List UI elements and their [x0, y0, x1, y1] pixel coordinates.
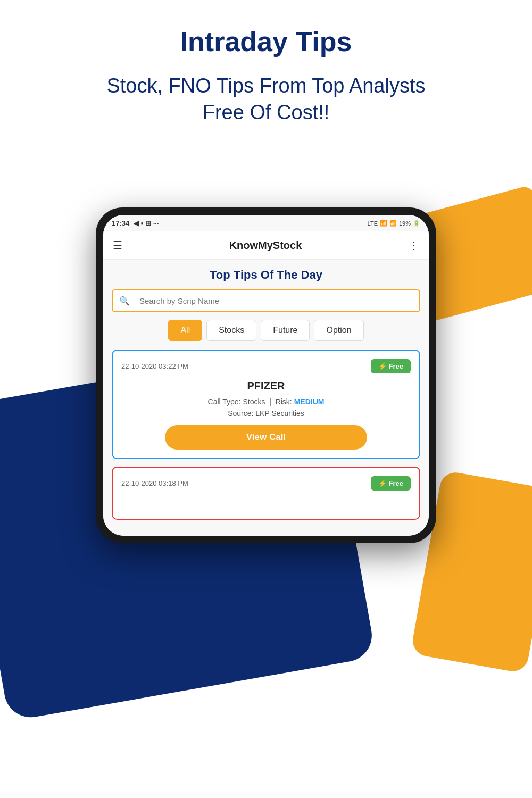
filter-tab-option[interactable]: Option — [314, 320, 363, 341]
card-1-stock-name: PFIZER — [121, 380, 411, 392]
status-battery-icon: 🔋 — [413, 220, 420, 227]
section-title: Top Tips Of The Day — [112, 268, 420, 282]
stock-card-2: 22-10-2020 03:18 PM ⚡ Free — [112, 467, 420, 520]
card-2-badge-label: Free — [389, 479, 403, 487]
phone-outer: 17:34 ◀ ▪ ⊞ ··· LTE 📶 📶 19% 🔋 ☰ KnowMySt… — [96, 207, 436, 543]
page-header: Intraday Tips Stock, FNO Tips From Top A… — [0, 0, 532, 136]
search-bar: 🔍 — [112, 289, 420, 312]
status-bar: 17:34 ◀ ▪ ⊞ ··· LTE 📶 📶 19% 🔋 — [103, 215, 429, 231]
status-battery: 19% — [399, 220, 411, 227]
page-title: Intraday Tips — [11, 27, 521, 57]
search-icon: 🔍 — [113, 290, 136, 311]
search-input[interactable] — [136, 291, 419, 311]
filter-tab-all[interactable]: All — [168, 320, 202, 341]
stock-card-1: 22-10-2020 03:22 PM ⚡ Free PFIZER Call T… — [112, 350, 420, 459]
status-right: LTE 📶 📶 19% 🔋 — [368, 220, 420, 227]
filter-tabs: All Stocks Future Option — [112, 320, 420, 341]
app-content: Top Tips Of The Day 🔍 All Stocks Future … — [103, 260, 429, 536]
app-bar-title: KnowMyStock — [229, 239, 302, 252]
status-icons: ◀ ▪ ⊞ ··· — [134, 219, 159, 227]
app-bar: ☰ KnowMyStock ⋮ — [103, 231, 429, 260]
card-1-header: 22-10-2020 03:22 PM ⚡ Free — [121, 359, 411, 373]
status-signal-icon: 📶 — [389, 220, 397, 227]
card-1-risk: MEDIUM — [294, 397, 325, 406]
phone-screen: 17:34 ◀ ▪ ⊞ ··· LTE 📶 📶 19% 🔋 ☰ KnowMySt… — [103, 215, 429, 536]
card-1-badge: ⚡ Free — [371, 359, 411, 373]
more-options-button[interactable]: ⋮ — [409, 239, 419, 252]
lightning-icon-1: ⚡ — [378, 362, 387, 370]
card-1-source: Source: LKP Securities — [121, 409, 411, 418]
card-2-badge: ⚡ Free — [371, 476, 411, 491]
card-1-call-type: Stocks — [243, 397, 265, 406]
card-1-meta: Call Type: Stocks | Risk: MEDIUM — [121, 397, 411, 406]
card-1-badge-label: Free — [389, 362, 403, 370]
status-lte: LTE — [368, 220, 378, 227]
card-1-timestamp: 22-10-2020 03:22 PM — [121, 362, 188, 370]
status-wifi-icon: 📶 — [380, 220, 387, 227]
hamburger-menu-button[interactable]: ☰ — [113, 239, 122, 252]
filter-tab-stocks[interactable]: Stocks — [206, 320, 256, 341]
view-call-button[interactable]: View Call — [165, 425, 368, 450]
card-2-header: 22-10-2020 03:18 PM ⚡ Free — [121, 476, 411, 491]
filter-tab-future[interactable]: Future — [261, 320, 310, 341]
phone-mockup: 17:34 ◀ ▪ ⊞ ··· LTE 📶 📶 19% 🔋 ☰ KnowMySt… — [96, 207, 436, 543]
lightning-icon-2: ⚡ — [378, 479, 387, 487]
card-2-timestamp: 22-10-2020 03:18 PM — [121, 479, 188, 487]
page-subtitle: Stock, FNO Tips From Top AnalystsFree Of… — [11, 73, 521, 126]
status-time: 17:34 — [112, 219, 129, 227]
status-left: 17:34 ◀ ▪ ⊞ ··· — [112, 219, 159, 227]
card-1-source-value: LKP Securities — [255, 409, 304, 418]
